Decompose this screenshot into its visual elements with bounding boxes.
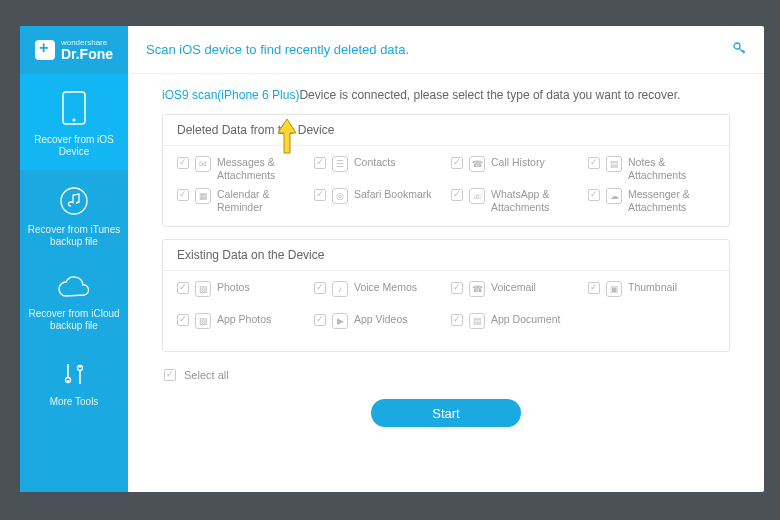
- phone-icon: [61, 90, 87, 126]
- checkbox-icon[interactable]: [588, 157, 600, 169]
- deleted-grid: ✉Messages & Attachments ☰Contacts ☎Call …: [163, 146, 729, 220]
- select-all-row[interactable]: Select all: [162, 364, 730, 385]
- start-button-label: Start: [432, 406, 459, 421]
- panel-title: Deleted Data from the Device: [163, 115, 729, 146]
- data-type-item[interactable]: ▶App Videos: [314, 313, 441, 341]
- checkbox-icon[interactable]: [451, 282, 463, 294]
- safari-icon: ◎: [332, 188, 348, 204]
- page-title: Scan iOS device to find recently deleted…: [146, 42, 409, 57]
- select-all-label: Select all: [184, 369, 229, 381]
- start-button[interactable]: Start: [371, 399, 521, 427]
- data-type-item[interactable]: ♪Voice Memos: [314, 281, 441, 309]
- data-type-item[interactable]: ◎Safari Bookmark: [314, 188, 441, 216]
- checkbox-icon[interactable]: [588, 282, 600, 294]
- app-document-icon: ▤: [469, 313, 485, 329]
- checkbox-icon[interactable]: [177, 157, 189, 169]
- data-type-item[interactable]: ▣Thumbnail: [588, 281, 715, 309]
- existing-panel: Existing Data on the Device ▧Photos ♪Voi…: [162, 239, 730, 352]
- checkbox-icon[interactable]: [314, 157, 326, 169]
- contacts-icon: ☰: [332, 156, 348, 172]
- checkbox-icon[interactable]: [588, 189, 600, 201]
- data-type-item[interactable]: ☏WhatsApp & Attachments: [451, 188, 578, 216]
- svg-point-2: [61, 188, 87, 214]
- scan-tail: Device is connected, please select the t…: [299, 88, 680, 102]
- sidebar-item-more-tools[interactable]: More Tools: [20, 344, 128, 420]
- deleted-panel: Deleted Data from the Device ✉Messages &…: [162, 114, 730, 227]
- checkbox-icon[interactable]: [314, 314, 326, 326]
- scan-prefix: iOS9 scan(: [162, 88, 221, 102]
- data-type-item[interactable]: ☰Contacts: [314, 156, 441, 184]
- data-type-item[interactable]: ▧App Photos: [177, 313, 304, 341]
- sidebar-item-recover-icloud[interactable]: Recover from iCloud backup file: [20, 260, 128, 344]
- checkbox-icon[interactable]: [177, 189, 189, 201]
- sidebar: wondershare Dr.Fone Recover from iOS Dev…: [20, 26, 128, 492]
- scan-status-line: iOS9 scan(iPhone 6 Plus)Device is connec…: [162, 88, 730, 102]
- data-type-item[interactable]: ▧Photos: [177, 281, 304, 309]
- whatsapp-icon: ☏: [469, 188, 485, 204]
- checkbox-icon[interactable]: [451, 189, 463, 201]
- plus-icon: [35, 40, 55, 60]
- sidebar-item-label: Recover from iTunes backup file: [24, 224, 124, 248]
- call-history-icon: ☎: [469, 156, 485, 172]
- main-panel: Scan iOS device to find recently deleted…: [128, 26, 764, 492]
- checkbox-icon[interactable]: [314, 282, 326, 294]
- sidebar-item-label: Recover from iCloud backup file: [24, 308, 124, 332]
- brand-logo: wondershare Dr.Fone: [20, 26, 128, 74]
- app-window: wondershare Dr.Fone Recover from iOS Dev…: [20, 26, 764, 492]
- data-type-item[interactable]: ✉Messages & Attachments: [177, 156, 304, 184]
- messages-icon: ✉: [195, 156, 211, 172]
- cloud-icon: [56, 276, 92, 300]
- brand-name: Dr.Fone: [61, 47, 113, 61]
- existing-grid: ▧Photos ♪Voice Memos ☎Voicemail ▣Thumbna…: [163, 271, 729, 345]
- sidebar-item-recover-itunes[interactable]: Recover from iTunes backup file: [20, 170, 128, 260]
- data-type-item[interactable]: ▤Notes & Attachments: [588, 156, 715, 184]
- data-type-item[interactable]: ☎Voicemail: [451, 281, 578, 309]
- messenger-icon: ☁: [606, 188, 622, 204]
- music-note-icon: [59, 186, 89, 216]
- checkbox-icon[interactable]: [451, 157, 463, 169]
- voice-memos-icon: ♪: [332, 281, 348, 297]
- thumbnail-icon: ▣: [606, 281, 622, 297]
- sidebar-item-recover-ios[interactable]: Recover from iOS Device: [20, 74, 128, 170]
- photos-icon: ▧: [195, 281, 211, 297]
- device-name: iPhone 6 Plus: [221, 88, 295, 102]
- notes-icon: ▤: [606, 156, 622, 172]
- app-photos-icon: ▧: [195, 313, 211, 329]
- checkbox-icon[interactable]: [164, 369, 176, 381]
- calendar-icon: ▦: [195, 188, 211, 204]
- checkbox-icon[interactable]: [177, 282, 189, 294]
- key-icon[interactable]: [732, 41, 746, 58]
- sidebar-item-label: Recover from iOS Device: [24, 134, 124, 158]
- checkbox-icon[interactable]: [177, 314, 189, 326]
- data-type-item[interactable]: ☁Messenger & Attachments: [588, 188, 715, 216]
- voicemail-icon: ☎: [469, 281, 485, 297]
- svg-point-1: [73, 119, 76, 122]
- data-type-item[interactable]: ▤App Document: [451, 313, 578, 341]
- header-bar: Scan iOS device to find recently deleted…: [128, 26, 764, 74]
- data-type-item[interactable]: ☎Call History: [451, 156, 578, 184]
- data-type-item[interactable]: ▦Calendar & Reminder: [177, 188, 304, 216]
- sidebar-item-label: More Tools: [24, 396, 124, 408]
- checkbox-icon[interactable]: [451, 314, 463, 326]
- content-area: iOS9 scan(iPhone 6 Plus)Device is connec…: [128, 74, 764, 492]
- checkbox-icon[interactable]: [314, 189, 326, 201]
- tools-icon: [60, 360, 88, 388]
- panel-title: Existing Data on the Device: [163, 240, 729, 271]
- app-videos-icon: ▶: [332, 313, 348, 329]
